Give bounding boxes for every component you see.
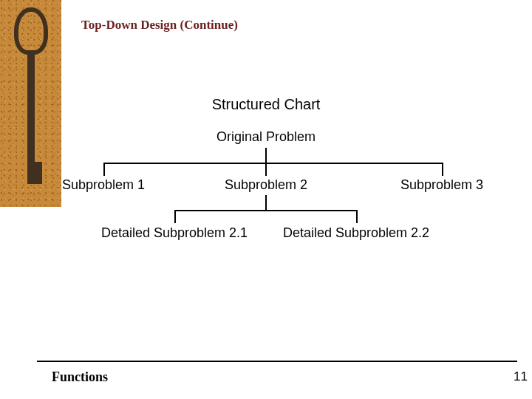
node-sub3: Subproblem 3 (398, 177, 486, 193)
chart-title: Structured Chart (0, 96, 532, 113)
node-detail21: Detailed Subproblem 2.1 (96, 225, 253, 241)
page-number: 11 (514, 369, 528, 384)
node-sub1: Subproblem 1 (59, 177, 148, 193)
footer-divider (37, 361, 517, 362)
node-detail22: Detailed Subproblem 2.2 (278, 225, 434, 241)
node-root: Original Problem (214, 129, 318, 145)
slide-title: Top-Down Design (Continue) (81, 18, 238, 33)
structured-chart: Original Problem Subproblem 1 Subproblem… (0, 118, 532, 303)
footer-section-title: Functions (52, 369, 108, 385)
node-sub2: Subproblem 2 (222, 177, 310, 193)
